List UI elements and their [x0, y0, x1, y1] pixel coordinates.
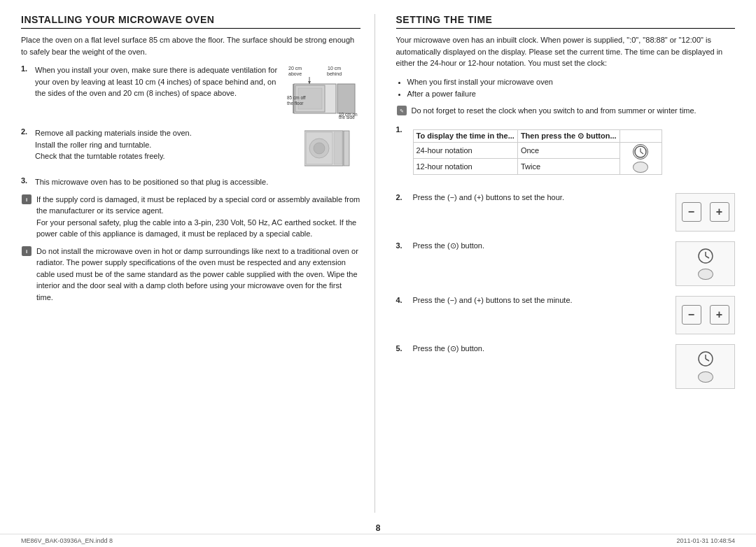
step-2-text: Remove all packing materials inside the … [35, 127, 299, 162]
note-1: i If the supply cord is damaged, it must… [21, 194, 360, 240]
step-4-num: 4. [396, 296, 410, 304]
svg-line-32 [706, 256, 709, 258]
step-2-num: 2. [396, 193, 410, 201]
note-1-icon: i [21, 194, 34, 207]
step-1-header: 1. To display the time in the... Then pr… [396, 125, 736, 182]
step-5-oval-btn [698, 371, 713, 383]
table-header-3 [620, 129, 662, 142]
step-3: 3. This microwave oven has to be positio… [21, 176, 360, 188]
page-footer: ME86V_BAK-03936A_EN.indd 8 2011-01-31 10… [0, 534, 756, 547]
table-row-2-col1: 12-hour notation [413, 158, 517, 174]
step-3-icon-box [676, 241, 735, 286]
step-3-num: 3. [396, 241, 410, 250]
svg-point-18 [314, 143, 325, 154]
step-1-num: 1. [21, 64, 32, 73]
table-header-1: To display the time in the... [413, 129, 517, 142]
note-2: i Do not install the microwave oven in h… [21, 246, 360, 304]
step-2-text: Press the (−) and (+) buttons to set the… [413, 193, 564, 201]
svg-text:the side: the side [339, 115, 355, 120]
svg-text:above: above [288, 71, 302, 76]
step-2-icon-box: − + [676, 193, 735, 232]
clock-round-btn [633, 144, 648, 159]
svg-rect-20 [344, 131, 349, 166]
microwave-open-diagram [304, 127, 360, 171]
oval-btn [633, 162, 648, 173]
microwave-open-svg [304, 127, 360, 169]
svg-line-29 [640, 152, 643, 154]
step-3-oval-btn [698, 269, 713, 280]
step-4-info: 4. Press the (−) and (+) buttons to set … [396, 296, 672, 304]
step-4-minus-button: − [682, 305, 701, 325]
time-display-table: To display the time in the... Then press… [413, 129, 662, 175]
step-2: 2. Remove all packing materials inside t… [21, 127, 299, 162]
step-2-container: 2. Remove all packing materials inside t… [21, 127, 360, 171]
svg-text:the floor: the floor [287, 101, 304, 106]
spacing-diagram: 20 cm above 10 cm behind [287, 64, 360, 122]
bullet-item-2: After a power failure [407, 88, 736, 101]
note-2-text: Do not install the microwave oven in hot… [36, 246, 360, 304]
svg-line-35 [706, 359, 709, 361]
time-note: ✎ Do not forget to reset the clock when … [396, 105, 736, 118]
step-4-icon-box: − + [676, 296, 735, 334]
step-1-container: 1. When you install your oven, make sure… [21, 64, 360, 122]
svg-rect-19 [334, 132, 342, 164]
footer-right: 2011-01-31 10:48:54 [676, 537, 735, 544]
bullet-list: When you first install your microwave ov… [407, 76, 736, 101]
step-1-num: 1. [396, 125, 410, 182]
step-4-minus-plus: − + [682, 305, 729, 325]
right-step-5: 5. Press the (⊙) button. [396, 344, 736, 389]
step-3-info: 3. Press the (⊙) button. [396, 241, 672, 250]
step-5-info: 5. Press the (⊙) button. [396, 344, 672, 353]
minus-plus-buttons: − + [682, 202, 729, 222]
step-3-text: Press the (⊙) button. [413, 241, 485, 250]
note-2-icon: i [21, 246, 34, 259]
step-1-info: 1. To display the time in the... Then pr… [396, 125, 736, 183]
step-5-clock-icon [697, 350, 714, 369]
step-5-icon-box [676, 344, 735, 389]
right-step-4: 4. Press the (−) and (+) buttons to set … [396, 296, 736, 334]
svg-text:85 cm off: 85 cm off [287, 95, 306, 100]
right-step-3: 3. Press the (⊙) button. [396, 241, 736, 286]
svg-text:i: i [26, 248, 27, 255]
step-1: 1. When you install your oven, make sure… [21, 64, 281, 99]
page-number: 8 [376, 523, 381, 533]
note-1-text: If the supply cord is damaged, it must b… [36, 194, 360, 240]
svg-marker-5 [308, 81, 311, 84]
minus-button: − [682, 202, 701, 222]
step-5-text: Press the (⊙) button. [413, 344, 485, 353]
svg-text:✎: ✎ [400, 108, 404, 113]
footer-left: ME86V_BAK-03936A_EN.indd 8 [21, 537, 113, 544]
step-5-num: 5. [396, 344, 410, 353]
table-row-2-col2: Twice [517, 158, 620, 174]
step-3-num: 3. [21, 176, 32, 185]
content-area: INSTALLING YOUR MICROWAVE OVEN Place the… [21, 14, 735, 513]
svg-text:10 cm: 10 cm [328, 66, 341, 71]
page-container: INSTALLING YOUR MICROWAVE OVEN Place the… [0, 0, 756, 547]
bullet-item-1: When you first install your microwave ov… [407, 76, 736, 89]
step-1-text: When you install your oven, make sure th… [35, 64, 281, 99]
right-column: SETTING THE TIME Your microwave oven has… [389, 14, 736, 513]
right-section-title: SETTING THE TIME [396, 14, 736, 29]
right-intro-text: Your microwave oven has an inbuilt clock… [396, 34, 736, 69]
svg-text:20 cm: 20 cm [288, 66, 302, 71]
spacing-diagram-svg: 20 cm above 10 cm behind [287, 64, 360, 120]
time-note-text: Do not forget to reset the clock when yo… [412, 105, 696, 117]
time-note-icon: ✎ [396, 105, 409, 118]
left-intro-text: Place the oven on a flat level surface 8… [21, 34, 360, 57]
step-2-info: 2. Press the (−) and (+) buttons to set … [396, 193, 672, 201]
clock-icon-cell [620, 142, 662, 174]
svg-text:i: i [26, 197, 27, 203]
step-4-plus-button: + [710, 305, 729, 325]
left-section-title: INSTALLING YOUR MICROWAVE OVEN [21, 14, 360, 29]
step-2-num: 2. [21, 127, 32, 136]
svg-text:behind: behind [327, 71, 342, 76]
table-header-2: Then press the ⊙ button... [517, 129, 620, 142]
step-4-text: Press the (−) and (+) buttons to set the… [413, 296, 573, 304]
step-3-clock-icon [697, 248, 714, 266]
plus-button: + [710, 202, 729, 222]
svg-rect-9 [337, 84, 355, 113]
right-step-1: 1. To display the time in the... Then pr… [396, 125, 736, 183]
right-step-2: 2. Press the (−) and (+) buttons to set … [396, 193, 736, 232]
table-row-1-col1: 24-hour notation [413, 142, 517, 158]
step-3-text: This microwave oven has to be positioned… [35, 176, 360, 188]
